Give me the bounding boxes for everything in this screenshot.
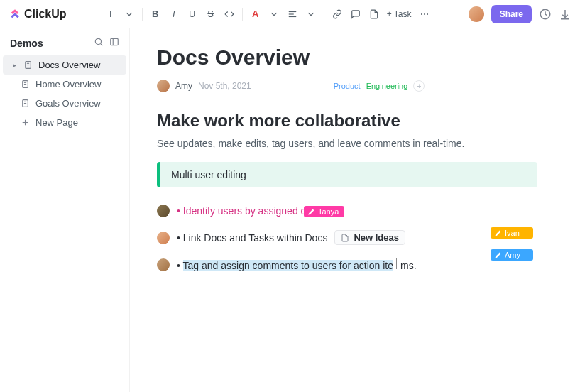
line-text: • Tag and assign comments to users for a… (177, 258, 417, 271)
search-icon[interactable] (94, 37, 104, 50)
collaborator-avatar (157, 232, 170, 244)
tag-product[interactable]: Product (334, 82, 361, 90)
add-task-button[interactable]: + Task (387, 9, 412, 19)
history-icon[interactable] (539, 8, 552, 21)
sidebar-new-page[interactable]: New Page (0, 113, 129, 132)
svg-line-10 (101, 44, 103, 46)
svg-point-5 (427, 13, 428, 15)
section-heading[interactable]: Make work more collaborative (157, 111, 537, 131)
text-color-button[interactable]: A (250, 6, 261, 23)
add-tag-button[interactable]: + (413, 80, 425, 92)
topbar-right: Share (469, 5, 571, 23)
pencil-icon (495, 251, 502, 258)
svg-point-3 (420, 13, 422, 15)
code-button[interactable] (224, 6, 235, 23)
strikethrough-button[interactable]: S (205, 6, 217, 23)
doc-icon (23, 60, 33, 70)
plus-icon (20, 118, 30, 128)
page-button[interactable] (368, 6, 380, 23)
sidebar-item-goals-overview[interactable]: Goals Overview (0, 94, 129, 113)
presence-tag-tanya: Tanya (304, 206, 344, 217)
pencil-icon (495, 229, 502, 236)
italic-button[interactable]: I (168, 6, 180, 23)
sidebar-item-label: Goals Overview (35, 98, 101, 109)
sidebar-item-label: Home Overview (35, 79, 101, 89)
sidebar-item-home-overview[interactable]: Home Overview (0, 75, 129, 94)
caret-icon: ▸ (11, 61, 17, 69)
align-button[interactable] (287, 6, 298, 23)
sidebar-item-label: New Page (35, 117, 78, 128)
chip-label: New Ideas (354, 232, 399, 243)
doc-icon (20, 80, 30, 89)
chevron-down-icon[interactable] (268, 6, 280, 23)
doc-date: Nov 5th, 2021 (198, 81, 251, 91)
sidebar-item-docs-overview[interactable]: ▸ Docs Overview (3, 55, 126, 75)
linked-task-chip[interactable]: New Ideas (334, 230, 405, 245)
content-line-3[interactable]: • Tag and assign comments to users for a… (157, 258, 537, 271)
doc-icon (341, 234, 349, 242)
text-style-button[interactable]: T (105, 6, 116, 23)
user-avatar[interactable] (469, 6, 484, 22)
svg-rect-11 (111, 38, 119, 45)
text-cursor-icon (393, 258, 400, 269)
pencil-icon (308, 208, 315, 215)
sidebar-item-label: Docs Overview (38, 60, 100, 70)
doc-title[interactable]: Docs Overview (157, 45, 537, 70)
share-button[interactable]: Share (491, 5, 532, 23)
chevron-down-icon[interactable] (124, 6, 135, 23)
content-line-1[interactable]: Identify users by assigned colors. (157, 205, 537, 217)
panel-icon[interactable] (109, 37, 119, 50)
collaborator-avatar (157, 205, 170, 217)
top-bar: ClickUp T B I U S A + Task (0, 0, 580, 28)
section-subtext[interactable]: See updates, make edits, tag users, and … (157, 138, 537, 149)
content-line-2[interactable]: Link Docs and Tasks within Docs New Idea… (157, 230, 537, 245)
presence-tag-amy: Amy (491, 249, 533, 261)
app-logo[interactable]: ClickUp (9, 8, 67, 21)
chevron-down-icon[interactable] (305, 6, 317, 23)
export-icon[interactable] (559, 8, 571, 21)
callout-block[interactable]: Multi user editing (157, 162, 537, 187)
clickup-logo-icon (9, 8, 21, 21)
app-name: ClickUp (24, 8, 67, 21)
line-text: Link Docs and Tasks within Docs (177, 232, 327, 244)
svg-point-9 (95, 38, 101, 44)
bold-button[interactable]: B (150, 6, 161, 23)
author-name: Amy (175, 81, 192, 91)
doc-icon (20, 99, 30, 109)
presence-tag-ivan: Ivan (491, 227, 533, 239)
sidebar-title: Demos (10, 38, 43, 49)
callout-text: Multi user editing (171, 169, 246, 180)
editor-toolbar: T B I U S A + Task (67, 6, 469, 23)
comment-button[interactable] (350, 6, 361, 23)
document-content: Docs Overview Amy Nov 5th, 2021 Product … (130, 28, 580, 392)
sidebar: Demos ▸ Docs Overview Home Overview Goal… (0, 28, 130, 392)
link-button[interactable] (332, 6, 343, 23)
underline-button[interactable]: U (187, 6, 198, 23)
author-avatar[interactable] (157, 80, 170, 92)
svg-point-4 (424, 13, 425, 15)
tag-engineering[interactable]: Engineering (366, 82, 408, 90)
collaborator-avatar (157, 258, 170, 271)
doc-meta: Amy Nov 5th, 2021 Product Engineering + (157, 80, 537, 92)
more-icon[interactable] (419, 6, 430, 23)
